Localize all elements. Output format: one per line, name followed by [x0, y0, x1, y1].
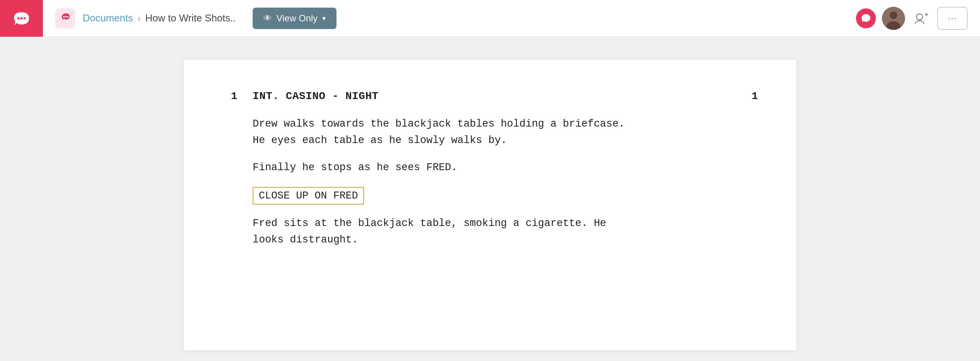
view-only-label: View Only [276, 13, 318, 24]
svg-point-6 [67, 16, 69, 18]
header: Documents › How to Write Shots.. 👁 View … [0, 0, 980, 37]
invite-button[interactable] [911, 8, 931, 28]
view-only-button[interactable]: 👁 View Only ▾ [253, 8, 336, 29]
eye-icon: 👁 [263, 13, 272, 23]
breadcrumb-current-doc: How to Write Shots.. [145, 12, 236, 24]
more-label: ··· [948, 13, 957, 23]
scene-header-inner: INT. CASINO - NIGHT 1 [253, 90, 758, 102]
breadcrumb: Documents › How to Write Shots.. [83, 12, 236, 24]
svg-point-8 [890, 11, 897, 19]
action-text-1: Drew walks towards the blackjack tables … [253, 118, 625, 146]
svg-point-3 [23, 17, 26, 20]
doc-icon-button[interactable] [55, 8, 75, 28]
main-content: 1 INT. CASINO - NIGHT 1 Drew walks towar… [0, 37, 980, 361]
scene-number-right: 1 [751, 90, 758, 102]
shot-highlighted-text: CLOSE UP ON FRED [253, 187, 364, 205]
shot-line: CLOSE UP ON FRED [253, 187, 758, 205]
document-page: 1 INT. CASINO - NIGHT 1 Drew walks towar… [184, 60, 796, 350]
svg-point-10 [916, 14, 923, 20]
scene-heading: INT. CASINO - NIGHT [253, 90, 379, 102]
header-right: ··· [856, 7, 980, 30]
more-options-button[interactable]: ··· [937, 7, 968, 30]
action-block-1: Drew walks towards the blackjack tables … [253, 116, 758, 149]
breadcrumb-separator: › [138, 13, 141, 24]
logo-box[interactable] [0, 0, 43, 37]
avatar-image [882, 7, 905, 30]
action-text-3: Fred sits at the blackjack table, smokin… [253, 218, 606, 246]
header-inner: Documents › How to Write Shots.. 👁 View … [43, 8, 856, 29]
scene-number-left: 1 [222, 90, 237, 102]
chat-avatar-button[interactable] [856, 8, 876, 28]
svg-point-4 [63, 16, 65, 18]
user-avatar[interactable] [882, 7, 905, 30]
chevron-down-icon: ▾ [322, 14, 326, 23]
action-block-2: Finally he stops as he sees FRED. [253, 159, 758, 176]
breadcrumb-documents-link[interactable]: Documents [83, 12, 133, 24]
svg-point-5 [65, 16, 67, 18]
svg-point-2 [20, 17, 23, 20]
action-text-2: Finally he stops as he sees FRED. [253, 162, 457, 173]
scene-heading-row: 1 INT. CASINO - NIGHT 1 [222, 90, 758, 102]
action-block-3: Fred sits at the blackjack table, smokin… [253, 215, 758, 248]
svg-point-1 [17, 17, 20, 20]
